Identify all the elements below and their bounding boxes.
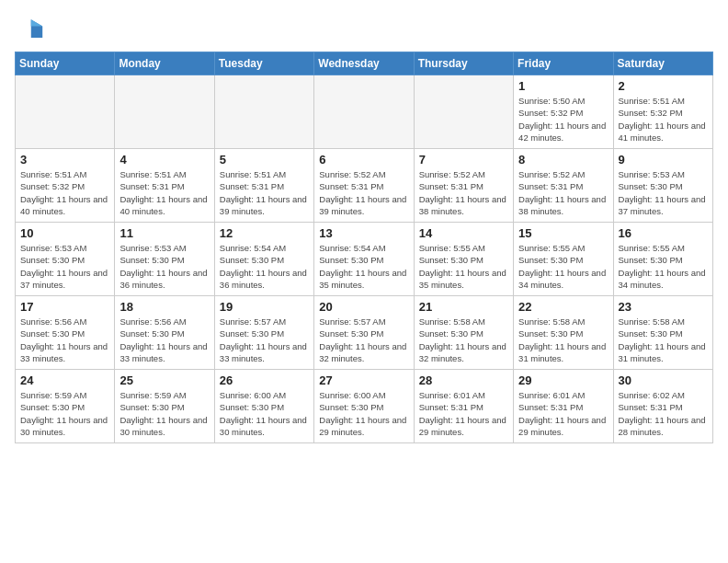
calendar-cell: 17Sunrise: 5:56 AMSunset: 5:30 PMDayligh… (16, 296, 115, 370)
day-info: Sunrise: 5:53 AMSunset: 5:30 PMDaylight:… (619, 168, 708, 217)
page-header (15, 15, 713, 44)
day-number: 3 (20, 153, 109, 167)
day-number: 2 (619, 79, 708, 93)
day-number: 7 (419, 153, 508, 167)
calendar-cell: 3Sunrise: 5:51 AMSunset: 5:32 PMDaylight… (16, 149, 115, 223)
day-info: Sunrise: 6:02 AMSunset: 5:31 PMDaylight:… (619, 389, 708, 438)
day-number: 12 (220, 226, 309, 240)
day-info: Sunrise: 5:59 AMSunset: 5:30 PMDaylight:… (119, 389, 209, 438)
calendar-cell: 26Sunrise: 6:00 AMSunset: 5:30 PMDayligh… (214, 370, 313, 443)
calendar-cell: 27Sunrise: 6:00 AMSunset: 5:30 PMDayligh… (314, 370, 414, 443)
logo-icon (15, 15, 44, 44)
day-number: 25 (119, 373, 209, 387)
calendar-cell: 4Sunrise: 5:51 AMSunset: 5:31 PMDaylight… (115, 149, 214, 223)
day-number: 16 (619, 226, 708, 240)
day-info: Sunrise: 5:55 AMSunset: 5:30 PMDaylight:… (518, 242, 608, 291)
weekday-header: Tuesday (214, 52, 313, 75)
calendar-cell: 20Sunrise: 5:57 AMSunset: 5:30 PMDayligh… (314, 296, 414, 370)
day-info: Sunrise: 5:53 AMSunset: 5:30 PMDaylight:… (20, 242, 109, 291)
day-info: Sunrise: 6:00 AMSunset: 5:30 PMDaylight:… (220, 389, 309, 438)
weekday-header: Friday (514, 52, 613, 75)
calendar-cell: 1Sunrise: 5:50 AMSunset: 5:32 PMDaylight… (514, 75, 613, 149)
day-info: Sunrise: 5:57 AMSunset: 5:30 PMDaylight:… (220, 316, 309, 364)
day-info: Sunrise: 5:52 AMSunset: 5:31 PMDaylight:… (419, 168, 508, 217)
day-info: Sunrise: 5:58 AMSunset: 5:30 PMDaylight:… (419, 316, 508, 364)
day-number: 21 (419, 300, 508, 314)
day-number: 10 (20, 226, 109, 240)
calendar-cell: 21Sunrise: 5:58 AMSunset: 5:30 PMDayligh… (414, 296, 513, 370)
day-number: 17 (20, 300, 109, 314)
calendar-cell (16, 75, 115, 149)
day-info: Sunrise: 6:01 AMSunset: 5:31 PMDaylight:… (518, 389, 608, 438)
day-number: 22 (518, 300, 608, 314)
logo (15, 15, 46, 44)
day-number: 19 (220, 300, 309, 314)
calendar-header-row: SundayMondayTuesdayWednesdayThursdayFrid… (16, 52, 713, 75)
day-info: Sunrise: 5:56 AMSunset: 5:30 PMDaylight:… (20, 316, 109, 364)
day-info: Sunrise: 5:59 AMSunset: 5:30 PMDaylight:… (20, 389, 109, 438)
day-number: 13 (319, 226, 408, 240)
calendar-cell: 12Sunrise: 5:54 AMSunset: 5:30 PMDayligh… (214, 223, 313, 296)
calendar-cell: 14Sunrise: 5:55 AMSunset: 5:30 PMDayligh… (414, 223, 513, 296)
day-info: Sunrise: 5:56 AMSunset: 5:30 PMDaylight:… (119, 316, 209, 364)
calendar-cell: 8Sunrise: 5:52 AMSunset: 5:31 PMDaylight… (514, 149, 613, 223)
calendar-week-row: 24Sunrise: 5:59 AMSunset: 5:30 PMDayligh… (16, 370, 713, 443)
day-info: Sunrise: 5:51 AMSunset: 5:31 PMDaylight:… (119, 168, 209, 217)
day-info: Sunrise: 5:53 AMSunset: 5:30 PMDaylight:… (119, 242, 209, 291)
calendar-cell: 23Sunrise: 5:58 AMSunset: 5:30 PMDayligh… (613, 296, 712, 370)
calendar-cell: 24Sunrise: 5:59 AMSunset: 5:30 PMDayligh… (16, 370, 115, 443)
day-number: 14 (419, 226, 508, 240)
calendar-cell: 13Sunrise: 5:54 AMSunset: 5:30 PMDayligh… (314, 223, 414, 296)
calendar-cell: 15Sunrise: 5:55 AMSunset: 5:30 PMDayligh… (514, 223, 613, 296)
day-info: Sunrise: 5:58 AMSunset: 5:30 PMDaylight:… (518, 316, 608, 364)
day-number: 15 (518, 226, 608, 240)
day-info: Sunrise: 5:52 AMSunset: 5:31 PMDaylight:… (518, 168, 608, 217)
day-info: Sunrise: 5:58 AMSunset: 5:30 PMDaylight:… (619, 316, 708, 364)
day-info: Sunrise: 5:51 AMSunset: 5:32 PMDaylight:… (619, 95, 708, 144)
calendar-week-row: 3Sunrise: 5:51 AMSunset: 5:32 PMDaylight… (16, 149, 713, 223)
weekday-header: Saturday (613, 52, 712, 75)
calendar-cell: 29Sunrise: 6:01 AMSunset: 5:31 PMDayligh… (514, 370, 613, 443)
day-info: Sunrise: 5:54 AMSunset: 5:30 PMDaylight:… (220, 242, 309, 291)
calendar-cell: 9Sunrise: 5:53 AMSunset: 5:30 PMDaylight… (613, 149, 712, 223)
calendar-cell: 19Sunrise: 5:57 AMSunset: 5:30 PMDayligh… (214, 296, 313, 370)
day-number: 6 (319, 153, 408, 167)
calendar-cell (115, 75, 214, 149)
calendar-cell: 25Sunrise: 5:59 AMSunset: 5:30 PMDayligh… (115, 370, 214, 443)
day-info: Sunrise: 5:51 AMSunset: 5:32 PMDaylight:… (20, 168, 109, 217)
day-number: 4 (119, 153, 209, 167)
day-info: Sunrise: 5:57 AMSunset: 5:30 PMDaylight:… (319, 316, 408, 364)
day-number: 24 (20, 373, 109, 387)
calendar-cell: 16Sunrise: 5:55 AMSunset: 5:30 PMDayligh… (613, 223, 712, 296)
day-info: Sunrise: 5:51 AMSunset: 5:31 PMDaylight:… (220, 168, 309, 217)
weekday-header: Sunday (16, 52, 115, 75)
calendar-cell (314, 75, 414, 149)
weekday-header: Wednesday (314, 52, 414, 75)
calendar-table: SundayMondayTuesdayWednesdayThursdayFrid… (15, 52, 713, 443)
day-number: 9 (619, 153, 708, 167)
calendar-cell: 10Sunrise: 5:53 AMSunset: 5:30 PMDayligh… (16, 223, 115, 296)
day-number: 11 (119, 226, 209, 240)
day-number: 8 (518, 153, 608, 167)
calendar-cell: 11Sunrise: 5:53 AMSunset: 5:30 PMDayligh… (115, 223, 214, 296)
day-number: 5 (220, 153, 309, 167)
day-info: Sunrise: 5:52 AMSunset: 5:31 PMDaylight:… (319, 168, 408, 217)
day-number: 26 (220, 373, 309, 387)
calendar-week-row: 17Sunrise: 5:56 AMSunset: 5:30 PMDayligh… (16, 296, 713, 370)
calendar-cell: 30Sunrise: 6:02 AMSunset: 5:31 PMDayligh… (613, 370, 712, 443)
weekday-header: Thursday (414, 52, 513, 75)
calendar-cell: 7Sunrise: 5:52 AMSunset: 5:31 PMDaylight… (414, 149, 513, 223)
day-info: Sunrise: 5:55 AMSunset: 5:30 PMDaylight:… (619, 242, 708, 291)
day-number: 29 (518, 373, 608, 387)
calendar-cell: 5Sunrise: 5:51 AMSunset: 5:31 PMDaylight… (214, 149, 313, 223)
day-info: Sunrise: 6:01 AMSunset: 5:31 PMDaylight:… (419, 389, 508, 438)
day-info: Sunrise: 6:00 AMSunset: 5:30 PMDaylight:… (319, 389, 408, 438)
day-number: 18 (119, 300, 209, 314)
calendar-week-row: 10Sunrise: 5:53 AMSunset: 5:30 PMDayligh… (16, 223, 713, 296)
day-number: 28 (419, 373, 508, 387)
calendar-cell: 18Sunrise: 5:56 AMSunset: 5:30 PMDayligh… (115, 296, 214, 370)
day-info: Sunrise: 5:50 AMSunset: 5:32 PMDaylight:… (518, 95, 608, 144)
calendar-cell: 22Sunrise: 5:58 AMSunset: 5:30 PMDayligh… (514, 296, 613, 370)
day-info: Sunrise: 5:54 AMSunset: 5:30 PMDaylight:… (319, 242, 408, 291)
day-number: 1 (518, 79, 608, 93)
